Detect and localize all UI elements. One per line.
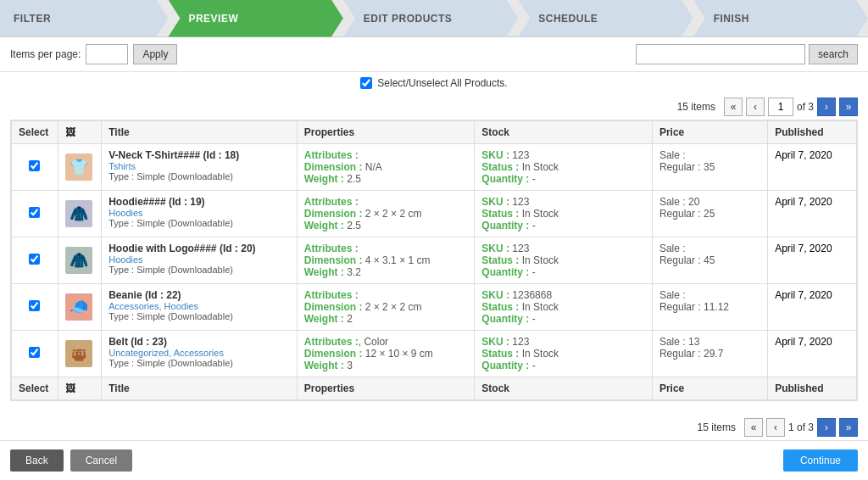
regular-label-2: Regular : (659, 254, 701, 266)
step-schedule[interactable]: SCHEDULE (518, 0, 693, 37)
row-checkbox-0[interactable] (29, 160, 40, 171)
apply-button[interactable]: Apply (133, 44, 177, 64)
image-icon: 🖼 (65, 126, 75, 138)
weight-value-1: 2.5 (347, 220, 361, 232)
row-price-cell: Sale : Regular : 45 (652, 237, 767, 284)
product-image-0: 👕 (65, 153, 92, 181)
search-button[interactable]: search (809, 44, 858, 64)
step-filter[interactable]: FILTER (0, 0, 168, 37)
product-link-2[interactable]: Hoodies (108, 254, 290, 265)
sku-label-0: SKU : (481, 149, 509, 161)
regular-value-1: 25 (704, 208, 715, 220)
qty-value-4: - (532, 360, 536, 371)
continue-button[interactable]: Continue (783, 449, 858, 472)
row-stock-cell: SKU : 123 Status : In Stock Quantity : - (475, 191, 653, 237)
sale-label-3: Sale : (659, 289, 686, 301)
col-header-select: Select (12, 121, 58, 144)
table-header-row: Select 🖼 Title Properties Stock Price Pu… (12, 121, 857, 144)
page-wrapper: FILTER PREVIEW EDIT PRODUCTS SCHEDULE FI… (0, 0, 868, 480)
select-all-checkbox[interactable] (360, 77, 372, 89)
items-per-page-input[interactable] (86, 44, 128, 64)
qty-label-3: Quantity : (481, 313, 529, 325)
step-finish[interactable]: FINISH (693, 0, 868, 37)
product-type-3: Type : Simple (Downloadable) (108, 311, 290, 321)
status-value-4: In Stock (522, 348, 559, 360)
step-schedule-label: SCHEDULE (538, 13, 598, 25)
table-row: 🧥 Hoodie#### (Id : 19) Hoodies Type : Si… (12, 191, 857, 237)
attr-label-3: Attributes : (304, 289, 359, 301)
product-type-4: Type : Simple (Downloadable) (108, 358, 290, 368)
row-title-cell: Belt (Id : 23) Uncategorized, Accessorie… (102, 331, 298, 377)
row-checkbox-2[interactable] (29, 254, 40, 265)
prev-page-btn-top[interactable]: ‹ (746, 98, 765, 116)
qty-label-2: Quantity : (481, 266, 529, 278)
back-button[interactable]: Back (10, 449, 64, 472)
pagination-top: 15 items « ‹ 1 of 3 › » (0, 94, 868, 120)
attr-label-1: Attributes : (304, 196, 359, 208)
row-img-cell: 🧢 (58, 284, 101, 331)
row-select-cell (12, 237, 58, 284)
sku-label-2: SKU : (481, 243, 509, 254)
first-page-btn-top[interactable]: « (724, 98, 743, 116)
sku-value-0: 123 (512, 149, 529, 161)
prev-page-btn-bottom[interactable]: ‹ (766, 418, 785, 437)
row-checkbox-3[interactable] (29, 300, 40, 311)
cancel-button[interactable]: Cancel (70, 449, 132, 472)
weight-label-2: Weight : (304, 266, 344, 278)
dim-label-3: Dimension : (304, 301, 363, 313)
table-row: 👜 Belt (Id : 23) Uncategorized, Accessor… (12, 331, 857, 377)
last-page-btn-bottom[interactable]: » (839, 418, 858, 437)
product-type-1: Type : Simple (Downloadable) (108, 218, 290, 228)
row-img-cell: 🧥 (58, 191, 101, 237)
product-title-2: Hoodie with Logo#### (Id : 20) (108, 243, 290, 254)
row-published-cell: April 7, 2020 (768, 284, 857, 331)
step-edit-products[interactable]: EDIT PRODUCTS (343, 0, 518, 37)
regular-value-2: 45 (704, 254, 715, 266)
next-page-btn-bottom[interactable]: › (817, 418, 836, 437)
row-select-cell (12, 331, 58, 377)
dim-value-2: 4 × 3.1 × 1 cm (365, 254, 431, 266)
next-page-btn-top[interactable]: › (817, 98, 836, 116)
product-image-3: 🧢 (65, 293, 92, 321)
row-stock-cell: SKU : 123 Status : In Stock Quantity : - (475, 331, 653, 377)
weight-value-3: 2 (347, 313, 353, 325)
product-link-4[interactable]: Uncategorized, Accessories (108, 348, 290, 358)
regular-label-1: Regular : (659, 208, 701, 220)
product-link-3[interactable]: Accessories, Hoodies (108, 301, 290, 311)
items-per-page-label: Items per page: (10, 48, 81, 60)
row-checkbox-4[interactable] (29, 347, 40, 358)
attr-value-4: , Color (359, 336, 388, 348)
sale-label-4: Sale : (659, 336, 686, 348)
sale-label-1: Sale : (659, 196, 686, 208)
attr-label-2: Attributes : (304, 243, 359, 254)
col-header-properties: Properties (297, 121, 475, 144)
last-page-btn-top[interactable]: » (839, 98, 858, 116)
product-link-0[interactable]: Tshirts (108, 161, 290, 171)
row-title-cell: Hoodie with Logo#### (Id : 20) Hoodies T… (102, 237, 298, 284)
step-preview[interactable]: PREVIEW (168, 0, 342, 37)
published-date-1: April 7, 2020 (775, 196, 832, 208)
step-finish-label: FINISH (714, 13, 749, 25)
regular-value-3: 11.12 (704, 301, 729, 313)
step-preview-label: PREVIEW (188, 13, 238, 25)
row-select-cell (12, 144, 58, 191)
dim-label-2: Dimension : (304, 254, 363, 266)
sku-value-3: 1236868 (512, 289, 552, 301)
dim-value-4: 12 × 10 × 9 cm (365, 348, 433, 360)
search-input[interactable] (636, 44, 805, 64)
row-published-cell: April 7, 2020 (768, 144, 857, 191)
row-price-cell: Sale : 20 Regular : 25 (652, 191, 767, 237)
first-page-btn-bottom[interactable]: « (744, 418, 763, 437)
page-display-bottom: 1 of 3 (788, 421, 814, 433)
product-link-1[interactable]: Hoodies (108, 208, 290, 218)
status-value-1: In Stock (522, 208, 559, 220)
qty-value-2: - (532, 266, 536, 278)
page-input-top[interactable]: 1 (768, 98, 793, 116)
col-footer-img: 🖼 (58, 377, 101, 400)
sku-value-4: 123 (512, 336, 529, 348)
table-row: 👕 V-Neck T-Shirt#### (Id : 18) Tshirts T… (12, 144, 857, 191)
row-checkbox-1[interactable] (29, 207, 40, 218)
published-date-3: April 7, 2020 (775, 289, 832, 301)
row-title-cell: Hoodie#### (Id : 19) Hoodies Type : Simp… (102, 191, 298, 237)
status-label-0: Status : (481, 161, 519, 173)
